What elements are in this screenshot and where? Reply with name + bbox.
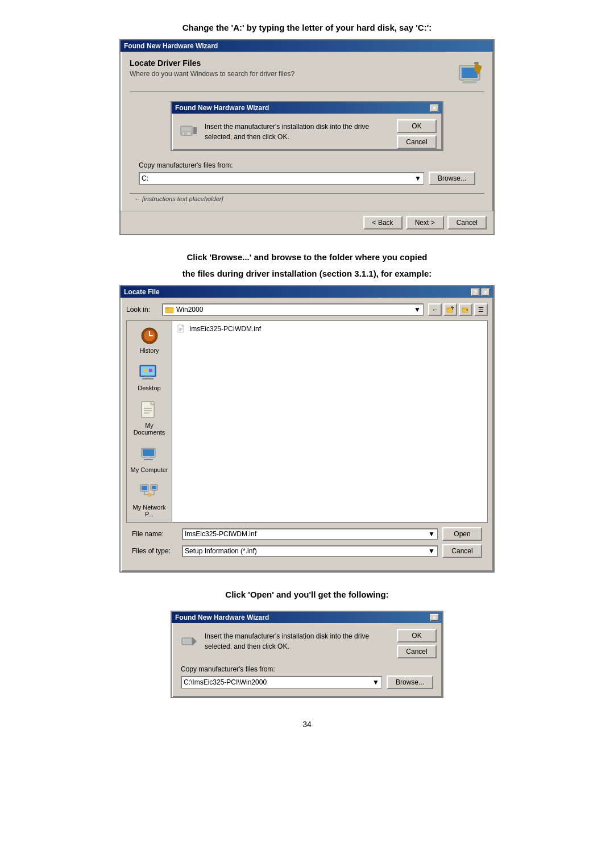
outer-wizard-titlebar: Found New Hardware Wizard xyxy=(121,40,493,52)
files-of-type-row: Files of type: Setup Information (*.inf)… xyxy=(132,544,482,558)
files-of-type-input[interactable]: Setup Information (*.inf) ▼ xyxy=(182,545,438,557)
copy-input-row: C: ▼ Browse... xyxy=(139,172,475,185)
my-computer-label: My Computer xyxy=(130,466,168,473)
section1-instruction: Change the 'A:' by typing the letter of … xyxy=(182,23,432,32)
file-name-input[interactable]: ImsEic325-PCIWDM.inf ▼ xyxy=(182,528,438,540)
svg-rect-19 xyxy=(142,378,154,379)
look-in-dropdown[interactable]: Win2000 ▼ xyxy=(162,303,424,316)
dropdown-arrow-icon: ▼ xyxy=(414,174,421,182)
look-in-label: Look in: xyxy=(126,306,157,314)
ok-button[interactable]: OK xyxy=(397,629,437,642)
wizard-header-subtitle: Where do you want Windows to search for … xyxy=(130,70,294,78)
svg-marker-43 xyxy=(192,637,197,646)
history-label: History xyxy=(139,347,159,354)
inner-msg-box-titlebar: Found New Hardware Wizard × xyxy=(172,102,442,114)
browse-button[interactable]: Browse... xyxy=(429,172,475,185)
outer-wizard-dialog: Found New Hardware Wizard Locate Driver … xyxy=(119,39,495,235)
locate-titlebar-controls: ? × xyxy=(471,288,490,296)
locate-titlebar: Locate File ? × xyxy=(121,286,493,298)
svg-point-37 xyxy=(148,493,151,496)
files-of-type-dropdown-icon: ▼ xyxy=(428,547,435,555)
msg-box-content: Insert the manufacturer's installation d… xyxy=(172,114,397,150)
sidebar-item-my-computer[interactable]: My Computer xyxy=(130,445,168,473)
cancel-button[interactable]: Cancel xyxy=(397,135,437,149)
nav-up-button[interactable] xyxy=(443,303,457,316)
section3-copy-path-input[interactable]: C:\ImsEic325-PCI\Win2000 ▼ xyxy=(181,676,382,688)
history-icon xyxy=(139,326,160,346)
files-of-type-value: Setup Information (*.inf) xyxy=(185,547,257,555)
sidebar-item-history[interactable]: History xyxy=(139,326,160,354)
svg-rect-29 xyxy=(144,459,153,460)
files-of-type-label: Files of type: xyxy=(132,547,177,555)
close-button[interactable]: × xyxy=(430,104,439,112)
locate-title: Locate File xyxy=(124,288,160,296)
wizard-footer: < Back Next > Cancel xyxy=(121,211,493,234)
locate-nav-buttons: ← * ☰ xyxy=(428,303,488,316)
open-button[interactable]: Open xyxy=(442,527,482,541)
cancel-button[interactable]: Cancel xyxy=(397,645,437,658)
titlebar-controls: × xyxy=(430,104,439,112)
locate-main-area: History Desktop xyxy=(126,320,488,523)
svg-rect-31 xyxy=(142,486,147,490)
file-name-label: File name: xyxy=(132,530,177,538)
page-number: 34 xyxy=(45,720,569,729)
section3-buttons: OK Cancel xyxy=(397,623,442,660)
my-documents-icon xyxy=(139,400,160,421)
look-in-value-container: Win2000 xyxy=(165,305,203,314)
section3-body: Insert the manufacturer's installation d… xyxy=(172,623,442,660)
nav-views-button[interactable]: ☰ xyxy=(474,303,488,316)
section-3: Click 'Open' and you'll get the followin… xyxy=(45,590,569,703)
locate-toolbar: Look in: Win2000 ▼ ← xyxy=(126,303,488,316)
section2-instruction-2: the files during driver installation (se… xyxy=(182,269,432,278)
svg-rect-5 xyxy=(474,62,479,64)
help-button[interactable]: ? xyxy=(471,288,480,296)
sidebar-item-desktop[interactable]: Desktop xyxy=(138,363,160,391)
outer-wizard-title: Found New Hardware Wizard xyxy=(124,42,218,50)
ok-button[interactable]: OK xyxy=(397,119,437,133)
wizard-header: Locate Driver Files Where do you want Wi… xyxy=(130,59,484,92)
nav-back-button[interactable]: ← xyxy=(428,303,442,316)
question-mark-icon: ? xyxy=(474,289,477,295)
file-name: ImsEic325-PCIWDM.inf xyxy=(189,325,261,333)
sidebar-item-my-network[interactable]: My Network P... xyxy=(129,482,169,518)
svg-rect-42 xyxy=(182,638,192,645)
section2-instruction-1: Click 'Browse...' and browse to the fold… xyxy=(186,252,427,262)
copy-path-value: C: xyxy=(142,174,148,182)
copy-path-input[interactable]: C: ▼ xyxy=(139,172,424,185)
svg-rect-8 xyxy=(184,133,186,135)
cancel-button-footer[interactable]: Cancel xyxy=(447,216,487,229)
close-icon: × xyxy=(484,289,487,295)
section3-wizard-dialog: Found New Hardware Wizard × Insert the m… xyxy=(171,611,443,698)
locate-footer: File name: ImsEic325-PCIWDM.inf ▼ Open F… xyxy=(126,523,488,566)
section3-titlebar-controls: × xyxy=(430,614,439,621)
cancel-button[interactable]: Cancel xyxy=(442,544,482,558)
svg-rect-17 xyxy=(141,366,155,375)
file-entry[interactable]: ImsEic325-PCIWDM.inf xyxy=(175,323,485,335)
section3-browse-button[interactable]: Browse... xyxy=(387,675,433,689)
inner-msg-box: Found New Hardware Wizard × xyxy=(171,101,443,151)
section3-msg-text: Insert the manufacturer's installation d… xyxy=(205,631,389,652)
wizard-header-text: Locate Driver Files Where do you want Wi… xyxy=(130,59,294,78)
nav-new-folder-button[interactable]: * xyxy=(459,303,472,316)
file-name-value: ImsEic325-PCIWDM.inf xyxy=(185,530,256,538)
close-button[interactable]: × xyxy=(481,288,490,296)
msg-box-body: Insert the manufacturer's installation d… xyxy=(172,114,442,150)
wizard-header-title: Locate Driver Files xyxy=(130,59,294,68)
new-folder-icon: * xyxy=(462,306,470,314)
svg-rect-20 xyxy=(143,369,147,372)
back-button[interactable]: < Back xyxy=(363,216,403,229)
desktop-label: Desktop xyxy=(138,385,160,391)
close-button[interactable]: × xyxy=(430,614,439,621)
inner-msg-box-title: Found New Hardware Wizard xyxy=(175,104,269,112)
section3-instruction: Click 'Open' and you'll get the followin… xyxy=(225,590,388,599)
sidebar-item-my-documents[interactable]: My Documents xyxy=(129,400,169,436)
svg-rect-2 xyxy=(465,80,474,82)
close-icon: × xyxy=(433,105,436,111)
section3-copy-section: Copy manufacturer's files from: C:\ImsEi… xyxy=(172,660,442,697)
status-hint: ← [instructions text placeholder] xyxy=(130,193,484,204)
section3-copy-input-row: C:\ImsEic325-PCI\Win2000 ▼ Browse... xyxy=(181,675,433,689)
next-button[interactable]: Next > xyxy=(406,216,444,229)
locate-file-area: ImsEic325-PCIWDM.inf xyxy=(172,321,487,522)
wizard-content: Locate Driver Files Where do you want Wi… xyxy=(121,52,493,211)
arrow-icon xyxy=(180,631,198,649)
